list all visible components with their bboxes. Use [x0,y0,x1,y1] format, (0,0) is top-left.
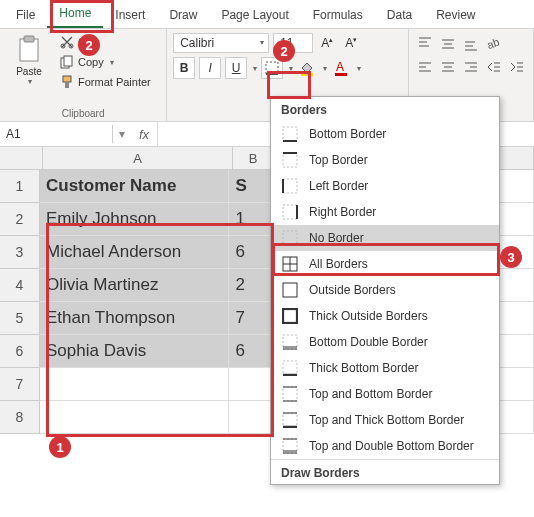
format-painter-label: Format Painter [78,76,151,88]
copy-button[interactable]: Copy ▾ [56,53,155,71]
chevron-down-icon: ▾ [110,58,114,67]
svg-rect-60 [283,413,297,427]
borders-menu-item[interactable]: All Borders [271,251,499,277]
svg-rect-7 [65,82,69,88]
paste-label: Paste [16,66,42,77]
col-header-b[interactable]: B [233,147,274,170]
italic-button[interactable]: I [199,57,221,79]
svg-rect-6 [63,76,71,82]
row-header[interactable]: 2 [0,203,40,236]
border-option-icon [281,282,299,298]
font-color-button[interactable]: A [331,58,351,78]
menu-item-label: Thick Outside Borders [309,309,428,323]
borders-menu-title: Borders [271,97,499,121]
borders-menu-item[interactable]: Bottom Border [271,121,499,147]
tab-file[interactable]: File [4,2,47,28]
name-box[interactable]: A1 [0,125,113,143]
cell[interactable] [40,401,229,434]
fill-color-button[interactable] [297,58,317,78]
cell[interactable]: Michael Anderson [40,236,229,269]
underline-button[interactable]: U [225,57,247,79]
align-center-button[interactable] [438,57,458,77]
tab-review[interactable]: Review [424,2,487,28]
col-header-a[interactable]: A [43,147,233,170]
align-middle-button[interactable] [438,33,458,53]
annotation-marker-1: 1 [49,436,71,458]
align-right-button[interactable] [461,57,481,77]
svg-rect-40 [283,153,297,167]
align-top-button[interactable] [415,33,435,53]
cell[interactable] [40,368,229,401]
border-option-icon [281,230,299,246]
select-all-corner[interactable] [0,147,43,170]
tab-data[interactable]: Data [375,2,424,28]
row-header[interactable]: 1 [0,170,40,203]
svg-rect-57 [283,387,297,401]
row-header[interactable]: 5 [0,302,40,335]
borders-menu-item[interactable]: Outside Borders [271,277,499,303]
scissors-icon [60,35,74,49]
row-header[interactable]: 3 [0,236,40,269]
cell[interactable]: Customer Name [40,170,229,203]
borders-menu-item[interactable]: Right Border [271,199,499,225]
tab-page-layout[interactable]: Page Layout [209,2,300,28]
align-left-button[interactable] [415,57,435,77]
cell[interactable]: Sophia Davis [40,335,229,368]
format-painter-button[interactable]: Format Painter [56,73,155,91]
increase-indent-button[interactable] [507,57,527,77]
borders-menu-item[interactable]: Top and Bottom Border [271,381,499,407]
chevron-down-icon: ▾ [253,64,257,73]
borders-menu-item[interactable]: No Border [271,225,499,251]
tab-home[interactable]: Home [47,0,103,28]
paste-button[interactable]: Paste ▾ [6,33,52,91]
borders-menu-item[interactable]: Top and Thick Bottom Border [271,407,499,433]
borders-menu-item[interactable]: Top Border [271,147,499,173]
name-box-dropdown[interactable]: ▾ [113,127,131,141]
svg-rect-51 [283,309,297,323]
menu-item-label: No Border [309,231,364,245]
bold-button[interactable]: B [173,57,195,79]
annotation-marker-2b: 2 [273,40,295,62]
svg-rect-44 [283,205,297,219]
borders-menu-item[interactable]: Left Border [271,173,499,199]
borders-menu-item[interactable]: Thick Bottom Border [271,355,499,381]
decrease-font-button[interactable]: A▾ [341,33,361,53]
fx-label[interactable]: fx [131,127,157,142]
cell[interactable]: Ethan Thompson [40,302,229,335]
borders-menu-item[interactable]: Bottom Double Border [271,329,499,355]
chevron-down-icon: ▾ [323,64,327,73]
row-header[interactable]: 8 [0,401,40,434]
ribbon-tabs: File Home Insert Draw Page Layout Formul… [0,0,534,29]
menu-item-label: Thick Bottom Border [309,361,418,375]
align-bottom-button[interactable] [461,33,481,53]
row-header[interactable]: 7 [0,368,40,401]
tab-formulas[interactable]: Formulas [301,2,375,28]
menu-item-label: Top and Bottom Border [309,387,432,401]
increase-font-button[interactable]: A▴ [317,33,337,53]
row-header[interactable]: 6 [0,335,40,368]
tab-draw[interactable]: Draw [157,2,209,28]
draw-borders-title: Draw Borders [271,459,499,484]
borders-menu-item[interactable]: Top and Double Bottom Border [271,433,499,459]
border-option-icon [281,412,299,428]
cell[interactable]: Olivia Martinez [40,269,229,302]
row-header[interactable]: 4 [0,269,40,302]
tab-insert[interactable]: Insert [103,2,157,28]
border-icon [265,61,279,75]
font-name-select[interactable]: Calibri▾ [173,33,269,53]
orientation-button[interactable]: ab [484,33,504,53]
menu-item-label: Top and Double Bottom Border [309,439,474,453]
cell[interactable]: Emily Johnson [40,203,229,236]
menu-item-label: All Borders [309,257,368,271]
svg-rect-38 [283,127,297,141]
svg-text:A: A [336,60,344,74]
menu-item-label: Right Border [309,205,376,219]
cut-button[interactable]: Cut [56,33,155,51]
bucket-icon [299,60,315,76]
border-option-icon [281,256,299,272]
svg-rect-1 [24,36,34,42]
svg-rect-55 [283,361,297,375]
decrease-indent-button[interactable] [484,57,504,77]
menu-item-label: Top and Thick Bottom Border [309,413,464,427]
borders-menu-item[interactable]: Thick Outside Borders [271,303,499,329]
